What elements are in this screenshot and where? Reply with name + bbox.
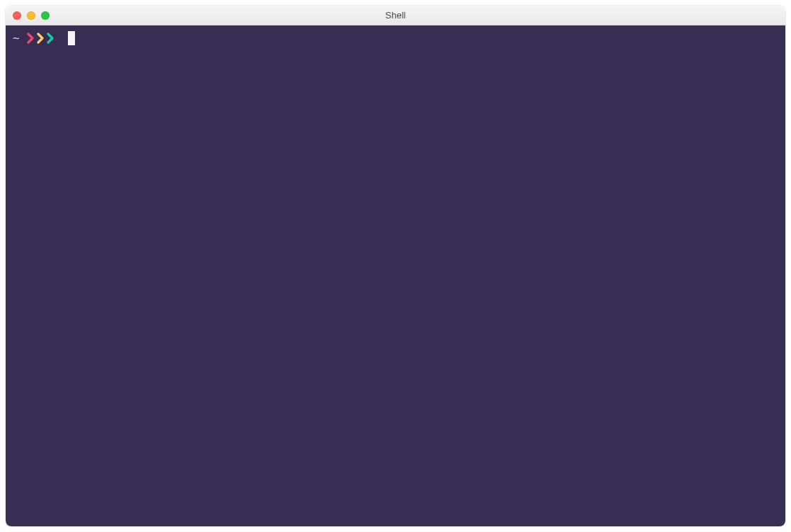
terminal-window: Shell ~ (6, 6, 785, 526)
traffic-lights (13, 11, 50, 20)
chevron-icon (47, 33, 55, 44)
titlebar[interactable]: Shell (6, 6, 785, 25)
terminal-body[interactable]: ~ (6, 25, 785, 526)
chevron-icon (27, 33, 35, 44)
maximize-button[interactable] (41, 11, 50, 20)
prompt-chevrons (27, 33, 55, 44)
window-title: Shell (386, 10, 406, 21)
prompt-line: ~ (13, 31, 778, 45)
minimize-button[interactable] (27, 11, 35, 20)
cursor-block (68, 31, 75, 45)
close-button[interactable] (13, 11, 21, 20)
cwd-indicator: ~ (13, 31, 20, 45)
chevron-icon (37, 33, 45, 44)
